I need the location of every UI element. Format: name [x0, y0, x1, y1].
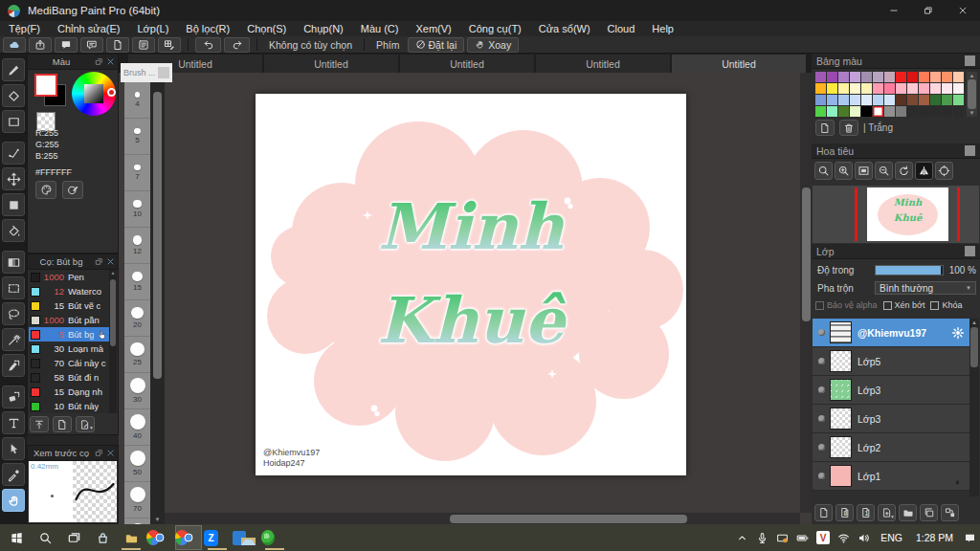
palette-swatch[interactable]: [884, 95, 895, 105]
Bút pần[interactable]: 1000 Bút pần: [29, 313, 109, 327]
canvas-tab[interactable]: Untitled: [400, 55, 534, 73]
photos-button[interactable]: [233, 525, 259, 550]
navigator-preview[interactable]: Minh Khuê: [813, 186, 979, 243]
new-layer-folder-button[interactable]: ▼: [899, 504, 917, 521]
layer-visibility-toggle[interactable]: [813, 386, 830, 393]
undo-button[interactable]: [195, 37, 221, 53]
Lớp3[interactable]: Lớp3: [813, 405, 969, 433]
publish-button[interactable]: [29, 37, 52, 53]
menu-item[interactable]: Chỉnh sửa(E): [49, 21, 128, 36]
brush-size-option[interactable]: 10: [124, 191, 150, 228]
close-icon[interactable]: [106, 57, 115, 66]
clock[interactable]: 1:28 PM: [909, 532, 960, 543]
layer-visibility-toggle[interactable]: [813, 444, 830, 451]
close-icon[interactable]: [106, 449, 115, 457]
palette-swatch[interactable]: [930, 72, 941, 82]
collapse-box[interactable]: [158, 67, 169, 78]
brush-tool[interactable]: [2, 58, 25, 81]
layer-visibility-toggle[interactable]: [813, 415, 830, 422]
menu-item[interactable]: Lớp(L): [128, 21, 177, 36]
palette-swatch[interactable]: [850, 72, 860, 82]
comment-list-button[interactable]: [80, 37, 103, 53]
Lớp5[interactable]: Lớp5: [813, 347, 969, 376]
brush-size-option[interactable]: 4: [124, 82, 150, 119]
select-tool[interactable]: [2, 276, 25, 299]
popout-icon[interactable]: [95, 449, 103, 457]
palette-swatch[interactable]: [919, 72, 929, 82]
redo-button[interactable]: [224, 37, 250, 53]
palette-swatch[interactable]: [896, 106, 906, 117]
canvas-tab[interactable]: Untitled: [264, 55, 398, 73]
brush-size-option[interactable]: 12: [124, 228, 150, 264]
lock-checkbox[interactable]: Khóa: [930, 300, 962, 310]
palette-swatch[interactable]: [942, 95, 952, 105]
palette-swatch[interactable]: [827, 72, 837, 82]
gradient-tool[interactable]: [2, 251, 25, 274]
palette-scrollbar[interactable]: ▲▼: [967, 72, 977, 117]
palette-swatch[interactable]: [850, 95, 860, 105]
Lớp1[interactable]: Lớp1: [813, 462, 969, 491]
saturation-value-box[interactable]: [84, 84, 103, 103]
brush-size-option[interactable]: 15: [124, 264, 150, 300]
Pen[interactable]: 1000 Pen: [29, 270, 109, 284]
Bút bg[interactable]: 5 Bút bg: [29, 327, 109, 342]
minimize-button[interactable]: [877, 0, 911, 21]
Loạn mà[interactable]: 30 Loạn mà: [29, 342, 109, 356]
Dạng nh[interactable]: 15 Dạng nh: [29, 385, 109, 399]
collapse-box[interactable]: [965, 55, 975, 66]
add-layer-menu-button[interactable]: ▼: [878, 504, 896, 521]
palette-swatch[interactable]: [838, 95, 849, 105]
speaker-icon[interactable]: [854, 526, 874, 549]
text-tool[interactable]: [2, 411, 25, 434]
start-button[interactable]: [3, 525, 30, 550]
palette-swatch[interactable]: [873, 72, 883, 82]
palette-swatch[interactable]: [896, 83, 906, 94]
fill-shape-tool[interactable]: [2, 193, 25, 216]
restore-button[interactable]: [911, 0, 946, 21]
palette-swatch[interactable]: [873, 95, 883, 105]
palette-swatch[interactable]: [838, 106, 849, 117]
add-palette-color-button[interactable]: [815, 120, 835, 136]
brush-size-option[interactable]: 70: [124, 482, 150, 518]
protect-alpha-checkbox[interactable]: Bảo vệ alpha: [815, 300, 878, 310]
green-app-button[interactable]: [261, 525, 288, 550]
palette-swatch[interactable]: [896, 72, 906, 82]
brush-menu-button[interactable]: ▼: [76, 416, 95, 432]
layer-settings-icon[interactable]: [951, 326, 965, 340]
menu-item[interactable]: Help: [643, 21, 682, 36]
brush-list-scrollbar[interactable]: ▲: [109, 270, 117, 413]
palette-swatch[interactable]: [861, 72, 872, 82]
brush-size-option[interactable]: 5: [124, 119, 150, 155]
layer-visibility-toggle[interactable]: [813, 358, 830, 364]
new-brush-button[interactable]: ▼: [53, 416, 72, 432]
palette-swatch[interactable]: [907, 83, 918, 94]
reset-view-button[interactable]: Đặt lại: [408, 37, 465, 53]
cloud-sync-button[interactable]: [3, 37, 26, 53]
palette-swatch[interactable]: [942, 83, 952, 94]
new-layer-button[interactable]: ▼: [814, 504, 833, 521]
select-eraser-tool[interactable]: [2, 386, 25, 408]
palette-swatch[interactable]: [919, 83, 929, 94]
popout-icon[interactable]: [95, 257, 103, 266]
palette-swatch[interactable]: [953, 106, 964, 117]
palette-swatch[interactable]: [953, 83, 964, 94]
tray-chevron-up-icon[interactable]: [732, 526, 752, 549]
menu-item[interactable]: Công cụ(T): [460, 21, 530, 36]
palette-swatch[interactable]: [850, 106, 860, 117]
foreground-color-swatch[interactable]: [34, 74, 57, 97]
operate-tool[interactable]: [2, 437, 25, 460]
eyedropper-tool[interactable]: [2, 463, 25, 486]
drawing-canvas[interactable]: Minh Khuê @Khiemvu197 Hoidap247: [256, 94, 686, 475]
zoom-in-button[interactable]: [835, 162, 853, 180]
palette-swatch[interactable]: [942, 72, 952, 82]
brush-size-header[interactable]: Brush ...: [121, 63, 172, 82]
menu-item[interactable]: Cửa sổ(W): [530, 21, 599, 36]
eraser-tool[interactable]: [2, 84, 25, 107]
task-view-button[interactable]: [60, 525, 87, 550]
layer-visibility-toggle[interactable]: [813, 329, 830, 336]
palette-swatch[interactable]: [815, 95, 826, 105]
material-panel-button[interactable]: [132, 37, 155, 53]
Lớp2[interactable]: Lớp2: [813, 433, 969, 462]
menu-item[interactable]: Chọn(S): [238, 21, 295, 36]
brush-size-option[interactable]: 20: [124, 300, 150, 337]
